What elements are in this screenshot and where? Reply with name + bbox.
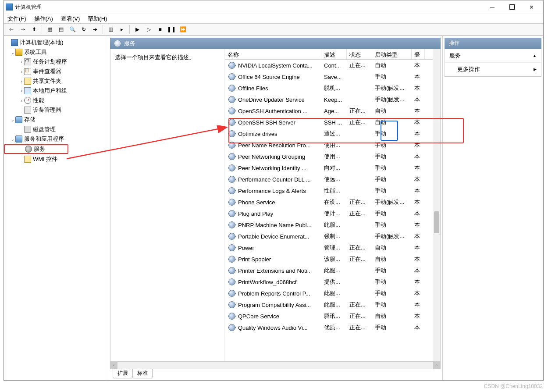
toolbar-button[interactable]: 🔍 xyxy=(68,25,77,34)
menu-view[interactable]: 查看(V) xyxy=(61,15,80,23)
toolbar-button[interactable]: ⬆ xyxy=(29,25,39,34)
service-row[interactable]: Peer Networking Identity ...向对...手动本 xyxy=(225,162,433,174)
service-row[interactable]: NVIDIA LocalSystem Conta...Cont...正在...自… xyxy=(225,60,433,71)
scroll-left-icon[interactable]: ‹ xyxy=(110,362,117,369)
service-row[interactable]: Problem Reports Control P...此服...手动本 xyxy=(225,288,433,299)
minimize-button[interactable] xyxy=(482,1,502,13)
service-name: PNRP Machine Name Publ... xyxy=(238,222,311,228)
service-row[interactable]: Peer Name Resolution Pro...使用...手动本 xyxy=(225,139,433,151)
service-row[interactable]: Performance Counter DLL ...使远...手动本 xyxy=(225,174,433,185)
service-row[interactable]: Optimize drives通过...手动本 xyxy=(225,128,433,139)
actions-header: 操作 xyxy=(445,38,541,49)
tree-sys-tools[interactable]: ⌄系统工具 xyxy=(4,47,108,57)
service-row[interactable]: Offline Files脱机...手动(触发...本 xyxy=(225,82,433,94)
service-row[interactable]: Quality Windows Audio Vi...优质...正在...手动本 xyxy=(225,322,433,333)
toolbar-button[interactable]: ▤ xyxy=(56,25,66,34)
tree-svcapp[interactable]: ⌄服务和应用程序 xyxy=(4,134,108,144)
expand-icon[interactable]: › xyxy=(19,98,24,103)
service-logon: 本 xyxy=(412,130,425,138)
service-desc: 优质... xyxy=(321,324,347,331)
expand-icon[interactable]: › xyxy=(19,60,24,64)
service-name: Performance Counter DLL ... xyxy=(238,176,311,183)
expand-icon[interactable]: › xyxy=(19,79,24,84)
service-row[interactable]: Office 64 Source EngineSave...手动本 xyxy=(225,71,433,82)
service-row[interactable]: Printer Extensions and Noti...此服...手动本 xyxy=(225,265,433,276)
service-row[interactable]: Print Spooler该服...正在...自动本 xyxy=(225,253,433,265)
scroll-thumb[interactable] xyxy=(434,211,439,233)
service-status: 正在... xyxy=(347,118,372,126)
menu-action[interactable]: 操作(A) xyxy=(34,15,53,23)
tree-device[interactable]: 设备管理器 xyxy=(4,105,108,115)
service-row[interactable]: OpenSSH SSH ServerSSH ...正在...自动本 xyxy=(225,117,433,128)
gear-icon xyxy=(228,107,235,114)
toolbar-button[interactable]: ■ xyxy=(155,25,165,34)
tab-extended[interactable]: 扩展 xyxy=(113,369,133,378)
toolbar-button[interactable]: ▷ xyxy=(144,25,153,34)
toolbar-button[interactable]: ⇐ xyxy=(7,25,16,34)
toolbar-button[interactable]: ▥ xyxy=(106,25,115,34)
service-row[interactable]: Phone Service在设...正在...手动(触发...本 xyxy=(225,196,433,208)
col-status[interactable]: 状态 xyxy=(347,49,372,59)
tree-share[interactable]: ›共享文件夹 xyxy=(4,76,108,86)
tree-users[interactable]: ›本地用户和组 xyxy=(4,86,108,96)
service-row[interactable]: Power管理...正在...自动本 xyxy=(225,242,433,253)
service-row[interactable]: Plug and Play使计...正在...手动本 xyxy=(225,208,433,219)
expand-icon[interactable]: › xyxy=(19,69,24,74)
service-status: 正在... xyxy=(347,312,372,320)
tree-perf[interactable]: ›性能 xyxy=(4,96,108,105)
toolbar-button[interactable]: ▸ xyxy=(117,25,127,34)
service-status: 正在... xyxy=(347,210,372,217)
service-startup: 手动 xyxy=(372,221,412,229)
horizontal-scrollbar[interactable]: ‹ › xyxy=(110,361,441,369)
menu-file[interactable]: 文件(F) xyxy=(7,15,26,23)
service-row[interactable]: Performance Logs & Alerts性能...手动本 xyxy=(225,185,433,196)
service-row[interactable]: Portable Device Enumerat...强制...手动(触发...… xyxy=(225,231,433,242)
toolbar-button[interactable]: ⇒ xyxy=(18,25,28,34)
service-logon: 本 xyxy=(412,255,425,263)
service-row[interactable]: PrintWorkflow_d068bcf提供...手动本 xyxy=(225,276,433,288)
gear-icon xyxy=(228,62,235,69)
vertical-scrollbar[interactable] xyxy=(433,49,440,361)
actions-services[interactable]: 服务▲ xyxy=(445,49,541,63)
tab-standard[interactable]: 标准 xyxy=(132,369,153,378)
service-row[interactable]: Peer Networking Grouping使用...手动本 xyxy=(225,151,433,162)
menu-help[interactable]: 帮助(H) xyxy=(88,15,107,23)
toolbar-button[interactable]: ❚❚ xyxy=(167,25,176,34)
expand-icon[interactable]: ⌄ xyxy=(10,118,15,122)
service-row[interactable]: Program Compatibility Assi...此服...正在...手… xyxy=(225,299,433,310)
service-logon: 本 xyxy=(412,107,425,115)
maximize-button[interactable] xyxy=(502,1,522,13)
tree-services[interactable]: 服务 xyxy=(4,144,68,154)
service-desc: 此服... xyxy=(321,301,347,309)
col-logon[interactable]: 登 xyxy=(412,49,425,59)
tree-storage[interactable]: ⌄存储 xyxy=(4,115,108,125)
toolbar-button[interactable]: ↻ xyxy=(79,25,89,34)
service-desc: 使计... xyxy=(321,210,347,217)
service-row[interactable]: OpenSSH Authentication ...Age...正在...自动本 xyxy=(225,105,433,117)
col-desc[interactable]: 描述 xyxy=(321,49,347,59)
scroll-right-icon[interactable]: › xyxy=(433,362,441,369)
expand-icon[interactable]: ⌄ xyxy=(10,137,15,142)
service-row[interactable]: PNRP Machine Name Publ...此服...手动本 xyxy=(225,219,433,231)
close-button[interactable] xyxy=(522,1,541,13)
expand-icon[interactable]: ⌄ xyxy=(10,50,15,55)
expand-icon[interactable]: › xyxy=(19,89,24,93)
service-name: OpenSSH SSH Server xyxy=(238,119,295,126)
service-row[interactable]: OneDrive Updater ServiceKeep...手动(触发...本 xyxy=(225,94,433,105)
actions-more[interactable]: 更多操作▶ xyxy=(445,63,541,76)
tree-disk[interactable]: 磁盘管理 xyxy=(4,125,108,134)
service-name: Print Spooler xyxy=(238,256,271,263)
service-status: 正在... xyxy=(347,324,372,331)
toolbar-button[interactable]: ➔ xyxy=(90,25,100,34)
col-startup[interactable]: 启动类型 xyxy=(372,49,412,59)
col-name[interactable]: 名称 xyxy=(225,49,321,59)
tree-task[interactable]: ›任务计划程序 xyxy=(4,57,108,67)
toolbar-button[interactable]: ▶ xyxy=(132,25,142,34)
tree-wmi[interactable]: WMI 控件 xyxy=(4,154,108,164)
tree-root[interactable]: 计算机管理(本地) xyxy=(4,38,108,47)
gear-icon xyxy=(228,267,235,274)
toolbar-button[interactable]: ⏩ xyxy=(178,25,188,34)
toolbar-button[interactable]: ▦ xyxy=(45,25,54,34)
service-row[interactable]: QPCore Service腾讯...正在...自动本 xyxy=(225,310,433,322)
tree-event[interactable]: ›事件查看器 xyxy=(4,67,108,76)
